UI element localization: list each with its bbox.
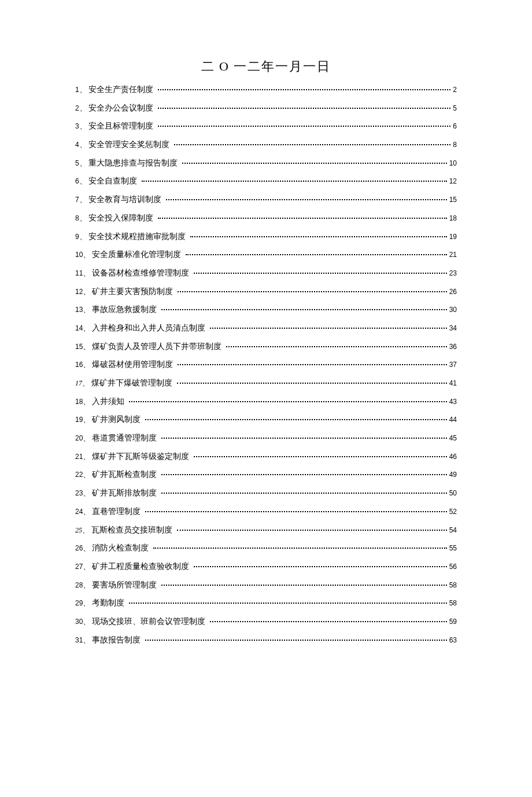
toc-entry-leader bbox=[153, 548, 446, 549]
toc-entry-number: 22 bbox=[75, 471, 83, 478]
toc-entry-leader bbox=[161, 309, 446, 310]
toc-entry: 20、巷道贯通管理制度45 bbox=[75, 434, 457, 442]
toc-entry-label: 瓦斯检查员交接班制度 bbox=[91, 526, 172, 534]
toc-entry-label: 爆破器材使用管理制度 bbox=[92, 361, 173, 369]
toc-entry-separator: 、 bbox=[83, 434, 91, 442]
toc-entry: 4、安全管理安全奖惩制度8 bbox=[75, 141, 457, 149]
toc-entry-separator: 、 bbox=[83, 453, 91, 461]
toc-entry-number: 21 bbox=[75, 453, 83, 460]
toc-entry-number: 23 bbox=[75, 490, 83, 497]
toc-entry-page: 19 bbox=[449, 233, 457, 240]
toc-entry-page: 56 bbox=[449, 563, 457, 570]
toc-entry-page: 18 bbox=[449, 215, 457, 222]
toc-entry-leader bbox=[145, 511, 446, 512]
toc-entry-leader bbox=[177, 383, 447, 384]
toc-entry-leader bbox=[161, 438, 446, 439]
toc-entry-number: 20 bbox=[75, 435, 83, 442]
toc-entry-number: 6 bbox=[75, 178, 79, 185]
toc-entry-leader bbox=[158, 126, 451, 127]
toc-entry-leader bbox=[174, 144, 451, 145]
toc-entry-number: 11 bbox=[75, 270, 83, 277]
toc-entry: 21、煤矿井下瓦斯等级鉴定制度46 bbox=[75, 453, 457, 461]
toc-entry-page: 46 bbox=[449, 453, 457, 460]
toc-entry-page: 34 bbox=[449, 325, 457, 332]
toc-entry-leader bbox=[142, 181, 447, 182]
toc-entry-leader bbox=[210, 621, 446, 622]
toc-entry-leader bbox=[161, 474, 446, 475]
toc-entry-leader bbox=[194, 566, 446, 567]
toc-entry: 30、现场交接班、班前会议管理制度59 bbox=[75, 618, 457, 626]
toc-entry: 29、考勤制度58 bbox=[75, 599, 457, 607]
toc-entry-separator: 、 bbox=[83, 508, 91, 516]
toc-entry-separator: 、 bbox=[83, 288, 91, 296]
toc-entry-page: 36 bbox=[449, 343, 457, 350]
toc-entry-separator: 、 bbox=[82, 526, 90, 534]
toc-entry-number: 28 bbox=[75, 582, 83, 589]
toc-entry-page: 44 bbox=[449, 416, 457, 423]
toc-entry-number: 7 bbox=[75, 196, 79, 203]
toc-entry-leader bbox=[182, 163, 447, 164]
toc-entry-separator: 、 bbox=[83, 269, 91, 277]
toc-entry: 2、安全办公会议制度5 bbox=[75, 104, 457, 112]
toc-entry-number: 8 bbox=[75, 215, 79, 222]
toc-entry: 11、设备器材检查维修管理制度23 bbox=[75, 269, 457, 277]
toc-entry-label: 矿井主要灾害预防制度 bbox=[92, 288, 173, 296]
toc-entry-separator: 、 bbox=[79, 177, 87, 185]
toc-entry-page: 59 bbox=[449, 618, 457, 625]
toc-entry-page: 41 bbox=[449, 380, 457, 387]
toc-entry-leader bbox=[129, 401, 446, 402]
toc-entry-number: 3 bbox=[75, 123, 79, 130]
toc-entry: 22、矿井瓦斯检查制度49 bbox=[75, 471, 457, 479]
toc-entry-separator: 、 bbox=[83, 563, 91, 571]
toc-entry-label: 矿井瓦斯排放制度 bbox=[92, 489, 157, 497]
toc-entry-number: 5 bbox=[75, 160, 79, 167]
toc-entry-separator: 、 bbox=[83, 251, 91, 259]
toc-entry: 18、入井须知43 bbox=[75, 398, 457, 406]
toc-entry-page: 12 bbox=[449, 178, 457, 185]
toc-entry-leader bbox=[190, 236, 447, 237]
toc-entry-page: 23 bbox=[449, 270, 457, 277]
toc-entry-separator: 、 bbox=[79, 86, 87, 94]
toc-entry-separator: 、 bbox=[83, 618, 91, 626]
toc-entry: 9、安全技术规程措施审批制度19 bbox=[75, 233, 457, 241]
toc-entry: 15、煤矿负责人及管理人员下井带班制度36 bbox=[75, 343, 457, 351]
toc-entry: 12、矿井主要灾害预防制度26 bbox=[75, 288, 457, 296]
toc-entry-leader bbox=[178, 291, 446, 292]
toc-entry: 10、安全质量标准化管理制度21 bbox=[75, 251, 457, 259]
toc-entry-label: 安全自查制度 bbox=[88, 177, 137, 185]
toc-entry-page: 8 bbox=[453, 141, 457, 148]
toc-entry-label: 安全技术规程措施审批制度 bbox=[88, 233, 186, 241]
toc-entry-label: 设备器材检查维修管理制度 bbox=[92, 269, 189, 277]
document-page: 二 О 一二年一月一日 1、安全生产责任制度22、安全办公会议制度53、安全且标… bbox=[0, 0, 532, 700]
toc-entry: 13、事故应急救援制度30 bbox=[75, 306, 457, 314]
toc-entry-leader bbox=[194, 456, 446, 457]
toc-entry: 8、安全投入保障制度18 bbox=[75, 214, 457, 222]
toc-entry-separator: 、 bbox=[83, 324, 91, 332]
toc-entry-separator: 、 bbox=[83, 416, 91, 424]
toc-entry-number: 25 bbox=[75, 527, 82, 534]
toc-entry-separator: 、 bbox=[83, 636, 91, 644]
toc-entry-number: 17 bbox=[75, 380, 82, 387]
page-title: 二 О 一二年一月一日 bbox=[75, 58, 457, 75]
toc-entry-page: 45 bbox=[449, 435, 457, 442]
toc-entry-number: 12 bbox=[75, 288, 83, 295]
toc-entry-page: 55 bbox=[449, 545, 457, 552]
toc-entry-label: 要害场所管理制度 bbox=[92, 581, 157, 589]
toc-entry-page: 5 bbox=[453, 105, 457, 112]
toc-entry-page: 26 bbox=[449, 288, 457, 295]
toc-entry: 26、消防火检查制度55 bbox=[75, 544, 457, 552]
toc-entry-label: 安全质量标准化管理制度 bbox=[92, 251, 181, 259]
toc-entry-page: 63 bbox=[449, 637, 457, 644]
toc-entry-label: 煤矿井下瓦斯等级鉴定制度 bbox=[92, 453, 189, 461]
toc-entry-page: 49 bbox=[449, 471, 457, 478]
toc-entry-separator: 、 bbox=[83, 599, 91, 607]
toc-entry-label: 安全且标管理制度 bbox=[88, 122, 153, 130]
toc-entry: 27、矿井工程质量检查验收制度56 bbox=[75, 563, 457, 571]
toc-entry-number: 4 bbox=[75, 141, 79, 148]
toc-entry-leader bbox=[161, 585, 446, 586]
toc-entry-leader bbox=[145, 419, 446, 420]
toc-entry-separator: 、 bbox=[79, 196, 87, 204]
toc-entry-separator: 、 bbox=[83, 398, 91, 406]
toc-entry-number: 15 bbox=[75, 343, 83, 350]
toc-entry-label: 矿井瓦斯检查制度 bbox=[92, 471, 157, 479]
